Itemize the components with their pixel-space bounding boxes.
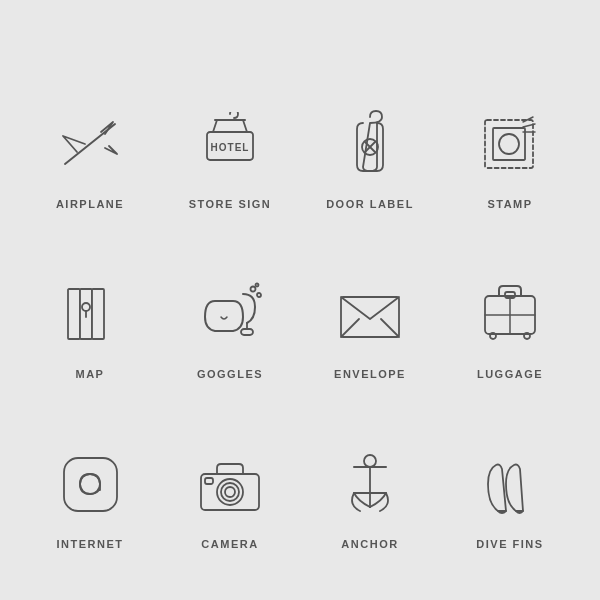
svg-line-3 xyxy=(243,120,247,132)
stamp-cell: STAMP xyxy=(445,50,575,210)
goggles-label: GOGGLES xyxy=(197,368,263,380)
svg-point-32 xyxy=(524,333,530,339)
svg-rect-17 xyxy=(92,289,104,339)
anchor-cell: ANCHOR xyxy=(305,390,435,550)
dive-fins-cell: DIVE FINS xyxy=(445,390,575,550)
svg-point-38 xyxy=(221,483,239,501)
svg-point-42 xyxy=(364,455,376,467)
envelope-cell: ENVELOPE xyxy=(305,220,435,380)
stamp-icon xyxy=(470,104,550,184)
airplane-cell: AIRPLANE xyxy=(25,50,155,210)
svg-rect-34 xyxy=(64,458,117,511)
goggles-icon xyxy=(190,274,270,354)
internet-cell: INTERNET xyxy=(25,390,155,550)
svg-rect-15 xyxy=(68,289,80,339)
envelope-icon xyxy=(330,274,410,354)
internet-label: INTERNET xyxy=(57,538,124,550)
goggles-cell: GOGGLES xyxy=(165,220,295,380)
svg-line-27 xyxy=(381,319,399,337)
svg-rect-33 xyxy=(505,292,515,298)
map-cell: MAP xyxy=(25,220,155,380)
dive-fins-label: DIVE FINS xyxy=(476,538,543,550)
airplane-label: AIRPLANE xyxy=(56,198,124,210)
store-sign-cell: HOTEL STORE SIGN xyxy=(165,50,295,210)
svg-rect-21 xyxy=(241,329,253,335)
svg-point-23 xyxy=(257,293,261,297)
svg-point-22 xyxy=(251,287,256,292)
map-label: MAP xyxy=(76,368,105,380)
svg-rect-10 xyxy=(493,128,525,160)
svg-line-26 xyxy=(341,319,359,337)
svg-text:HOTEL: HOTEL xyxy=(211,142,250,153)
map-icon xyxy=(50,274,130,354)
camera-icon xyxy=(190,444,270,524)
door-label-cell: DOOR LABEL xyxy=(305,50,435,210)
anchor-icon xyxy=(330,444,410,524)
airplane-icon xyxy=(50,104,130,184)
door-label-icon xyxy=(330,104,410,184)
luggage-label: LUGGAGE xyxy=(477,368,543,380)
door-label-label: DOOR LABEL xyxy=(326,198,414,210)
luggage-icon xyxy=(470,274,550,354)
icon-grid: AIRPLANE HOTEL STORE SIGN xyxy=(5,30,595,570)
svg-rect-40 xyxy=(205,478,213,484)
internet-icon xyxy=(50,444,130,524)
envelope-label: ENVELOPE xyxy=(334,368,406,380)
store-sign-icon: HOTEL xyxy=(190,104,270,184)
stamp-label: STAMP xyxy=(487,198,532,210)
svg-line-2 xyxy=(213,120,217,132)
svg-point-31 xyxy=(490,333,496,339)
store-sign-label: STORE SIGN xyxy=(189,198,272,210)
camera-label: CAMERA xyxy=(201,538,258,550)
dive-fins-icon xyxy=(470,444,550,524)
svg-point-11 xyxy=(499,134,519,154)
anchor-label: ANCHOR xyxy=(341,538,398,550)
svg-point-24 xyxy=(256,284,259,287)
camera-cell: CAMERA xyxy=(165,390,295,550)
luggage-cell: LUGGAGE xyxy=(445,220,575,380)
svg-point-39 xyxy=(225,487,235,497)
